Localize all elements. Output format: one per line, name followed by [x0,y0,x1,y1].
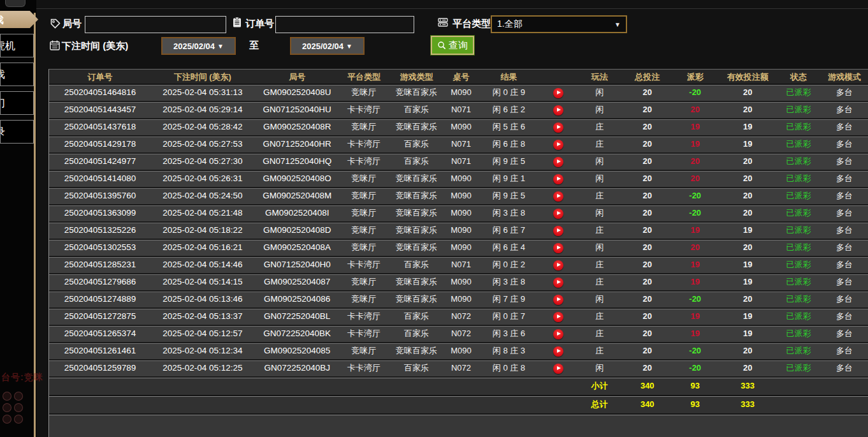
cell-game-mode: 多台 [821,257,868,273]
cell-game-type: 竞咪百家乐 [388,292,445,307]
cell-status: 已派彩 [776,274,821,290]
col-header-game-mode: 游戏模式 [821,70,868,84]
cell-total-bet: 20 [623,154,671,170]
play-icon[interactable] [553,122,563,133]
date-to-picker[interactable]: 2025/02/04 ▼ [290,37,365,55]
subtotal-label: 小计 [575,378,623,395]
cell-bet-time: 2025-02-04 05:12:57 [151,326,254,342]
play-icon[interactable] [553,226,563,236]
table-row[interactable]: 250204051325226 2025-02-04 05:18:22 GM09… [49,223,868,240]
cell-game-type: 竞咪百家乐 [388,223,445,239]
cell-game-type: 百家乐 [388,309,445,325]
play-icon[interactable] [553,191,563,202]
cell-total-bet: 20 [623,102,671,118]
cell-payout: 19 [671,274,719,290]
cell-game-mode: 多台 [821,205,868,221]
play-icon[interactable] [553,105,563,115]
caret-down-icon: ▼ [217,43,224,50]
table-row[interactable]: 250204051464816 2025-02-04 05:31:13 GM09… [49,85,868,102]
col-header-play [540,70,575,84]
table-row[interactable]: 250204051395760 2025-02-04 05:24:50 GM09… [49,188,868,205]
cell-game-type: 竞咪百家乐 [388,240,445,256]
cell-valid-bet: 19 [719,137,776,152]
col-header-bet-time: 下注时间 (美东) [151,70,254,84]
sidebar-item-2[interactable]: 戏 [0,63,34,86]
sidebar-item-3[interactable]: 门 [0,91,34,115]
cell-payout: 20 [671,240,719,256]
cell-total-bet: 20 [623,326,671,342]
cell-order-no: 250204051261461 [49,343,151,359]
caret-down-icon: ▼ [614,21,621,28]
cell-platform: 卡卡湾厅 [340,326,388,342]
cell-game-type: 竞咪百家乐 [388,343,445,359]
table-row[interactable]: 250204051424977 2025-02-04 05:27:30 GN07… [49,154,868,171]
play-icon[interactable] [553,140,563,150]
cell-game-mode: 多台 [821,188,868,204]
table-row[interactable]: 250204051363099 2025-02-04 05:21:48 GM09… [49,205,868,223]
cell-total-bet: 20 [623,240,671,256]
table-row[interactable]: 250204051285231 2025-02-04 05:14:46 GN07… [49,257,868,274]
date-to-value: 2025/02/04 [302,41,344,51]
play-icon[interactable] [553,346,563,357]
cell-bet-time: 2025-02-04 05:21:48 [151,205,254,221]
cell-play-video [540,326,575,342]
cell-total-bet: 20 [623,119,671,135]
play-icon[interactable] [553,260,563,270]
table-row[interactable]: 250204051414080 2025-02-04 05:26:31 GM09… [49,171,868,188]
play-icon[interactable] [553,157,563,167]
bet-time-label: 下注时间 (美东) [62,40,128,52]
query-button[interactable]: 查询 [431,36,474,55]
date-from-picker[interactable]: 2025/02/04 ▼ [161,37,236,55]
cell-status: 已派彩 [776,137,821,152]
cell-order-no: 250204051464816 [49,85,151,101]
cell-game-type: 百家乐 [388,137,445,152]
cell-play-video [540,171,575,187]
game-no-input[interactable] [85,16,226,33]
cell-game-no: GN071252040HQ [254,154,340,170]
cell-total-bet: 20 [623,274,671,290]
table-row[interactable]: 250204051429178 2025-02-04 05:27:53 GN07… [49,137,868,154]
table-row[interactable]: 250204051274889 2025-02-04 05:13:46 GM09… [49,292,868,309]
cell-platform: 卡卡湾厅 [340,360,388,376]
sidebar-item-1[interactable]: 虎机 [0,34,34,57]
cell-game-no: GM0902520408M [254,188,340,204]
play-icon[interactable] [553,243,563,253]
col-header-game-type: 游戏类型 [388,70,445,84]
cell-status: 已派彩 [776,240,821,256]
cell-status: 已派彩 [776,223,821,239]
cell-game-type: 竞咪百家乐 [388,188,445,204]
cell-game-no: GM0902520408U [254,85,340,101]
cell-valid-bet: 20 [719,205,776,221]
table-row[interactable]: 250204051272875 2025-02-04 05:13:37 GN07… [49,309,868,326]
cell-game-type: 竞咪百家乐 [388,171,445,187]
table-row[interactable]: 250204051443457 2025-02-04 05:29:14 GN07… [49,102,868,119]
cell-play-type: 闲 [575,292,623,307]
platform-type-select[interactable]: 1.全部 ▼ [491,15,627,33]
table-row[interactable]: 250204051265374 2025-02-04 05:12:57 GN07… [49,326,868,343]
cell-game-no: GM0902520408I [254,205,340,221]
table-row[interactable]: 250204051302553 2025-02-04 05:16:21 GM09… [49,240,868,257]
cell-result: 闲 6 庄 8 [477,137,540,152]
sidebar-item-4[interactable]: 录 [0,120,34,144]
cell-valid-bet: 20 [719,292,776,307]
cell-platform: 卡卡湾厅 [340,102,388,118]
play-icon[interactable] [553,88,563,98]
table-row[interactable]: 250204051261461 2025-02-04 05:12:34 GM09… [49,343,868,360]
play-icon[interactable] [553,364,563,374]
play-icon[interactable] [553,174,563,184]
play-icon[interactable] [553,329,563,339]
play-icon[interactable] [553,295,563,305]
table-row[interactable]: 250204051437618 2025-02-04 05:28:42 GM09… [49,119,868,137]
table-row[interactable]: 250204051279686 2025-02-04 05:14:15 GM09… [49,274,868,292]
cell-play-type: 庄 [575,274,623,290]
play-icon[interactable] [553,278,563,288]
table-row[interactable]: 250204051259789 2025-02-04 05:12:25 GN07… [49,360,868,378]
cell-status: 已派彩 [776,360,821,376]
cell-valid-bet: 19 [719,257,776,273]
order-no-input[interactable] [275,16,414,33]
cell-play-type: 庄 [575,257,623,273]
watermark-text: 台号:竞咪 [1,372,43,383]
cell-order-no: 250204051259789 [49,360,151,376]
play-icon[interactable] [553,312,563,322]
play-icon[interactable] [553,209,563,219]
